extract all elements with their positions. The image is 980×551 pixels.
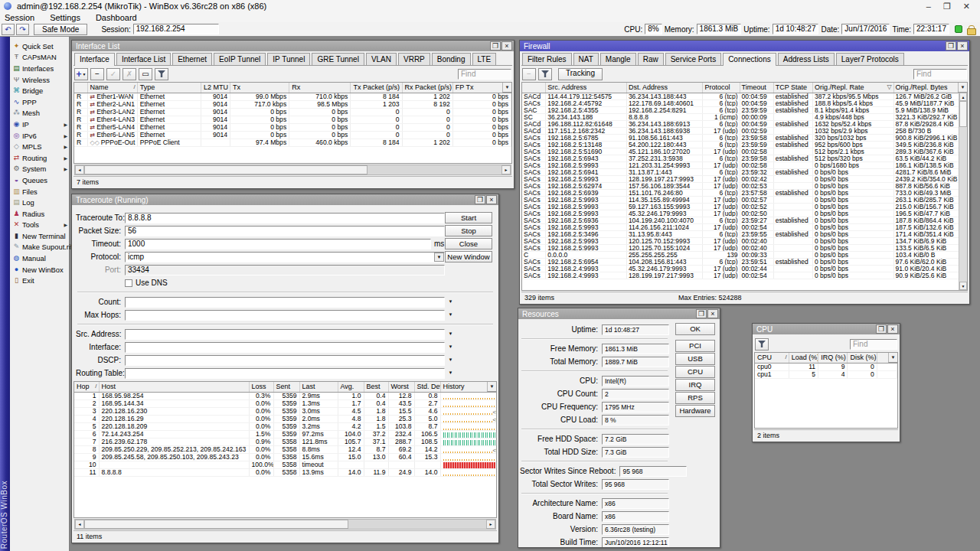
scroll-thumb[interactable] xyxy=(959,101,967,127)
traceroute-to-input[interactable]: 8.8.8.8 xyxy=(125,213,445,223)
table-row[interactable]: SACs192.168.2.4:45792122.178.69.148:4060… xyxy=(522,99,967,106)
sidebar-item-interfaces[interactable]: ▤Interfaces xyxy=(10,63,69,74)
table-row[interactable]: SACd196.188.112.82:6164836.234.143.188:6… xyxy=(522,120,967,127)
column-header[interactable]: Best xyxy=(364,382,388,392)
sidebar-item-make-supout-rif[interactable]: ✎Make Supout.rif xyxy=(10,242,69,253)
table-row[interactable]: 118.8.8.80.0%535813.9ms14.011.924.914.0 xyxy=(74,468,497,476)
column-header[interactable]: Disk (%) xyxy=(848,353,877,363)
safe-mode-button[interactable]: Safe Mode xyxy=(34,24,87,35)
tab-bonding[interactable]: Bonding xyxy=(432,53,471,66)
close-button[interactable]: ✕ xyxy=(963,1,970,11)
resources-titlebar[interactable]: Resources ❐ × xyxy=(518,308,720,319)
new-window-button[interactable]: New Window xyxy=(445,251,492,262)
table-row[interactable]: SACd114.44.179.112:5457536.234.143.188:4… xyxy=(522,93,967,99)
chevron-down-icon[interactable]: ▼ xyxy=(446,355,456,365)
tab-connections[interactable]: Connections xyxy=(723,53,776,66)
sidebar-item-log[interactable]: ▤Log xyxy=(10,197,69,208)
table-row[interactable]: 8209.85.250.229, 209.85.252.213, 209.85.… xyxy=(74,445,497,453)
sidebar-item-quick-set[interactable]: ✦Quick Set xyxy=(10,41,69,52)
table-row[interactable]: SACs192.168.2.5:9993121.203.31.254:99931… xyxy=(522,161,967,168)
restore-icon[interactable]: ❐ xyxy=(696,309,707,318)
sidebar-item-wireless[interactable]: ΨWireless xyxy=(10,74,69,86)
column-header[interactable] xyxy=(522,83,546,93)
cpu-titlebar[interactable]: CPU ❐ × xyxy=(753,324,900,334)
table-row[interactable]: SACs192.168.2.5:6936104.199.240.100:4070… xyxy=(522,217,967,223)
column-header[interactable]: IRQ (%) xyxy=(818,353,848,363)
chevron-down-icon[interactable]: ▼ xyxy=(446,368,456,378)
column-header[interactable]: Last xyxy=(299,382,338,392)
remove-button[interactable]: − xyxy=(90,68,104,80)
column-header[interactable]: Host xyxy=(99,382,249,392)
column-header[interactable]: Avg. xyxy=(338,382,364,392)
menu-settings[interactable]: Settings xyxy=(50,13,80,22)
sidebar-item-new-winbox[interactable]: ●New WinBox xyxy=(10,264,69,276)
disable-button[interactable]: ✗ xyxy=(122,68,136,80)
sidebar-item-routing[interactable]: ⇄Routing▶ xyxy=(10,152,69,164)
sidebar-item-ipv6[interactable]: ◎IPv6▶ xyxy=(10,130,69,142)
tab-interface-list[interactable]: Interface List xyxy=(116,53,171,66)
table-row[interactable]: SACs192.168.2.5:9993114.26.156.211:10241… xyxy=(522,223,967,230)
close-button[interactable]: Close xyxy=(445,238,492,249)
table-row[interactable]: SACs192.168.2.5:6939151.101.76.246:806 (… xyxy=(522,189,967,196)
table-row[interactable]: SACs192.168.2.5:999359.127.163.155:99931… xyxy=(522,203,967,210)
close-icon[interactable]: × xyxy=(887,324,898,334)
table-row[interactable]: SACs192.168.2.5:999345.32.246.179:999317… xyxy=(522,210,967,217)
hardware-button[interactable]: Hardware xyxy=(675,405,715,417)
column-header[interactable]: L2 MTU xyxy=(201,83,230,93)
tab-address-lists[interactable]: Address Lists xyxy=(778,53,835,66)
tab-mangle[interactable]: Mangle xyxy=(600,53,636,66)
tab-raw[interactable]: Raw xyxy=(638,53,664,66)
column-header[interactable]: Sent xyxy=(273,382,299,392)
table-row[interactable]: R⇄Ether3-LAN2Ethernet90140 bps0 bps000 b… xyxy=(74,108,511,116)
sidebar-item-ppp[interactable]: ∿PPP xyxy=(10,96,69,108)
scroll-thumb[interactable] xyxy=(84,520,348,529)
chevron-down-icon[interactable]: ▼ xyxy=(446,297,456,307)
find-input[interactable]: Find xyxy=(458,69,511,80)
maximize-button[interactable]: ❐ xyxy=(943,1,951,11)
column-header[interactable] xyxy=(74,83,87,93)
column-header[interactable]: Src. Address xyxy=(546,83,627,93)
menu-dashboard[interactable]: Dashboard xyxy=(96,13,137,22)
filter-button[interactable] xyxy=(755,338,769,350)
table-row[interactable]: SACs192.168.2.5:694131.13.87.1:4436 (tcp… xyxy=(522,168,967,175)
sidebar-item-mpls[interactable]: ◇MPLS▶ xyxy=(10,141,69,152)
routing-table-input[interactable] xyxy=(125,368,445,379)
table-row[interactable]: SACs192.168.2.5:9993120.125.70.152:99931… xyxy=(522,237,967,244)
table-row[interactable]: 672.14.243.2541.5%535997.2ms104.037.2232… xyxy=(74,430,497,438)
add-button[interactable]: +▼ xyxy=(74,68,88,80)
table-row[interactable]: SACd117.151.2.168:234236.234.143.188:693… xyxy=(522,127,967,134)
restore-icon[interactable]: ❐ xyxy=(876,324,887,334)
remove-button[interactable]: − xyxy=(522,68,536,80)
table-row[interactable]: 1168.95.98.2540.3%53592.9ms1.00.412.80.8 xyxy=(74,392,497,399)
scroll-left-icon[interactable]: ◄ xyxy=(75,165,84,174)
table-row[interactable]: SACs192.168.2.4:9993128.199.197.217:9993… xyxy=(522,272,967,279)
tab-vrrp[interactable]: VRRP xyxy=(398,53,430,66)
sidebar-item-ip[interactable]: ◉IP▶ xyxy=(10,119,69,130)
table-row[interactable]: SACs192.168.2.5:678591.108.56.161:4436 (… xyxy=(522,134,967,141)
column-header[interactable]: Orig./Repl. Rate▽ xyxy=(812,83,893,93)
port-input[interactable]: 33434 xyxy=(125,265,445,276)
sidebar-item-mesh[interactable]: ⁂Mesh xyxy=(10,108,69,119)
tab-ip-tunnel[interactable]: IP Tunnel xyxy=(267,53,310,66)
table-row[interactable]: 10100.0%5358timeout xyxy=(74,461,497,468)
packet-size-input[interactable]: 56 xyxy=(125,226,445,236)
scroll-left-icon[interactable]: ◄ xyxy=(75,520,84,529)
table-row[interactable]: SACs192.168.2.5:9993120.125.70.155:10241… xyxy=(522,244,967,251)
table-row[interactable]: cpu01190 xyxy=(755,363,897,370)
column-header[interactable]: Hop/ xyxy=(74,382,99,392)
menu-session[interactable]: Session xyxy=(5,13,34,22)
enable-button[interactable]: ✓ xyxy=(106,68,120,80)
column-header[interactable]: Tx Packet (p/s) xyxy=(351,83,402,93)
table-row[interactable]: R⇄Ether6-LAN5Ethernet90140 bps0 bps000 b… xyxy=(74,131,511,139)
dscp-input[interactable] xyxy=(125,355,445,366)
tab-layer7-protocols[interactable]: Layer7 Protocols xyxy=(836,53,904,66)
firewall-vscrollbar[interactable]: ▲ ▼ xyxy=(959,93,967,290)
find-input[interactable]: Find xyxy=(913,69,967,80)
table-row[interactable]: SACs192.168.2.5:62974157.56.106.189:3544… xyxy=(522,182,967,189)
table-row[interactable]: C0.0.0.0255.255.255.25513900:09:330 bps/… xyxy=(522,251,967,258)
session-input[interactable]: 192.168.2.254 xyxy=(133,24,219,34)
sidebar-item-bridge[interactable]: ⌘Bridge xyxy=(10,85,69,96)
tab-eoip-tunnel[interactable]: EoIP Tunnel xyxy=(214,53,266,66)
chevron-down-icon[interactable]: ▼ xyxy=(434,253,444,262)
sidebar-item-files[interactable]: ▥Files xyxy=(10,186,69,197)
